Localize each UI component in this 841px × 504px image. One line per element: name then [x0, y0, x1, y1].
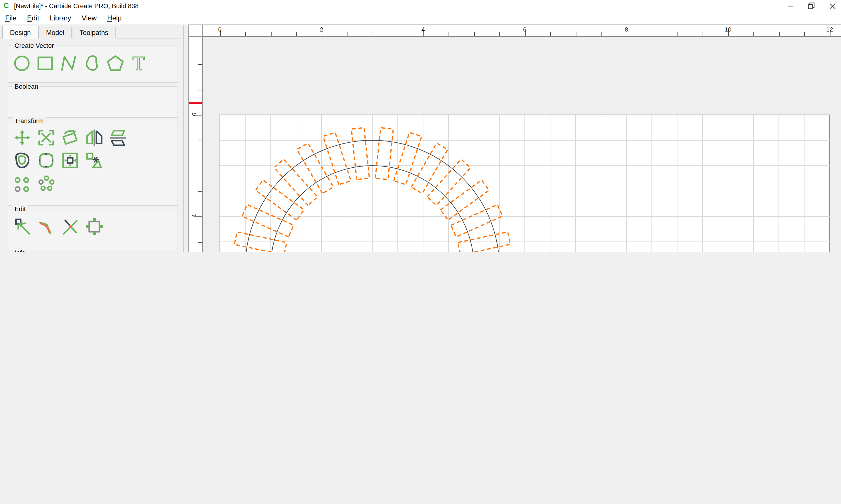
- tab-bar: Design Model Toolpaths: [2, 26, 116, 38]
- tab-toolpaths[interactable]: Toolpaths: [72, 27, 116, 38]
- edit-panel: Edit: [7, 209, 178, 250]
- create-vector-panel: Create Vector T: [7, 46, 178, 83]
- boolean-panel: Boolean: [7, 86, 178, 118]
- ruler-label: 12: [824, 26, 835, 33]
- info-title: Info: [12, 249, 28, 252]
- circular-array-icon[interactable]: [37, 175, 55, 193]
- break-intersection-icon[interactable]: [61, 217, 80, 236]
- circle-tool-icon[interactable]: [12, 54, 32, 73]
- tab-model[interactable]: Model: [38, 27, 72, 38]
- rotate-icon[interactable]: [61, 128, 80, 147]
- node-edit-icon[interactable]: [13, 217, 32, 236]
- ruler-horizontal: 024681012: [203, 24, 841, 37]
- mirror-icon[interactable]: [85, 128, 103, 147]
- canvas-drawing: [203, 37, 841, 252]
- sidebar: Design Model Toolpaths Create Vector T B…: [0, 25, 182, 252]
- ruler-red-mark: [189, 102, 203, 104]
- close-button[interactable]: [823, 0, 841, 12]
- flip-icon[interactable]: [109, 128, 127, 147]
- ruler-label: 2: [316, 26, 327, 33]
- ruler-corner-box: [188, 24, 203, 37]
- inset-icon[interactable]: [61, 151, 80, 170]
- ruler-label: 10: [723, 26, 733, 33]
- svg-text:T: T: [133, 54, 144, 73]
- ruler-label: 0: [214, 26, 225, 33]
- restore-icon: [808, 2, 815, 9]
- move-icon[interactable]: [13, 128, 32, 147]
- window-title: [NewFile]* - Carbide Create PRO, Build 8…: [14, 2, 139, 9]
- ruler-label: 6: [519, 26, 530, 33]
- minimize-button[interactable]: [782, 0, 799, 12]
- app-logo-icon: C: [3, 2, 9, 10]
- offset-icon[interactable]: [13, 151, 32, 170]
- rectangle-tool-icon[interactable]: [36, 54, 55, 73]
- ruler-label: 4: [190, 211, 198, 221]
- menu-help[interactable]: Help: [102, 12, 127, 24]
- menu-view[interactable]: View: [76, 12, 102, 24]
- curve-tool-icon[interactable]: [82, 54, 102, 73]
- ruler-label: 6: [190, 109, 198, 120]
- menu-bar: File Edit Library View Help: [0, 12, 841, 25]
- title-bar: C [NewFile]* - Carbide Create PRO, Build…: [0, 0, 841, 12]
- transform-panel: Transform: [7, 121, 178, 206]
- close-icon: [829, 3, 836, 9]
- transform-title: Transform: [12, 117, 46, 124]
- sidebar-splitter[interactable]: [183, 25, 184, 252]
- minimize-icon: [787, 3, 793, 9]
- tab-design[interactable]: Design: [2, 26, 38, 38]
- restore-button[interactable]: [803, 0, 820, 12]
- create-vector-title: Create Vector: [12, 42, 56, 49]
- menu-file[interactable]: File: [0, 12, 22, 24]
- trim-icon[interactable]: [85, 151, 103, 170]
- menu-edit[interactable]: Edit: [22, 12, 45, 24]
- boolean-title: Boolean: [12, 83, 40, 90]
- polygon-tool-icon[interactable]: [106, 54, 125, 73]
- edit-title: Edit: [12, 205, 28, 212]
- resize-handles-icon[interactable]: [85, 217, 104, 236]
- ruler-vertical: 0246: [188, 37, 203, 252]
- polyline-tool-icon[interactable]: [59, 54, 78, 73]
- smooth-curve-icon[interactable]: [37, 217, 56, 236]
- text-tool-icon[interactable]: T: [129, 54, 148, 73]
- app-window: C [NewFile]* - Carbide Create PRO, Build…: [0, 0, 841, 252]
- menu-library[interactable]: Library: [45, 12, 76, 24]
- fillet-icon[interactable]: [37, 151, 55, 170]
- ruler-label: 8: [621, 26, 632, 33]
- ruler-label: 4: [418, 26, 428, 33]
- scale-icon[interactable]: [37, 128, 55, 147]
- linear-array-icon[interactable]: [13, 175, 31, 193]
- design-canvas[interactable]: [203, 37, 841, 252]
